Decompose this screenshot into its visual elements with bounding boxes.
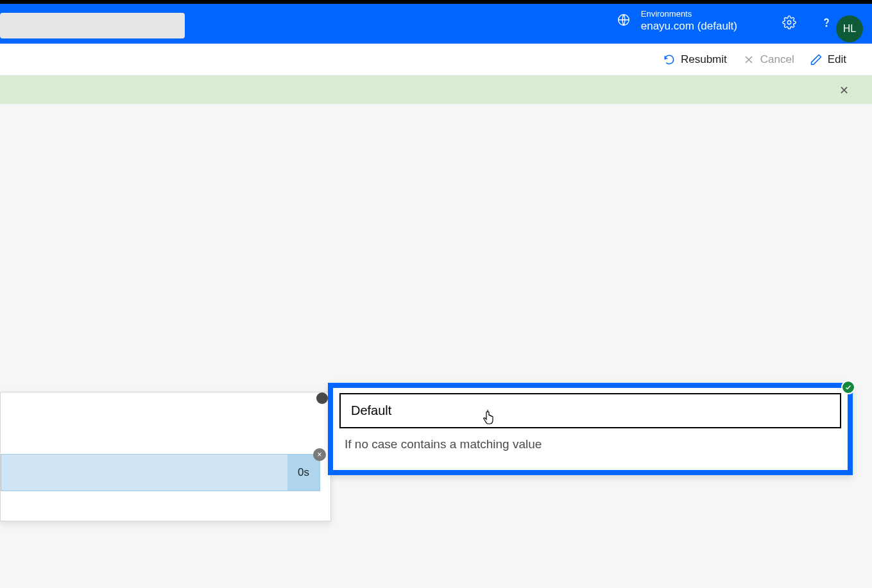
environment-text: Environments enayu.com (default) <box>641 9 737 33</box>
svg-point-1 <box>787 21 791 24</box>
status-dot-icon <box>316 392 328 404</box>
cancel-label: Cancel <box>760 53 794 66</box>
avatar-initials: HL <box>843 23 856 35</box>
svg-point-2 <box>826 26 826 26</box>
edit-button[interactable]: Edit <box>810 53 846 66</box>
search-input[interactable] <box>0 13 185 38</box>
success-check-icon <box>841 380 855 394</box>
resubmit-label: Resubmit <box>681 53 727 66</box>
environment-picker[interactable]: Environments enayu.com (default) <box>617 9 737 33</box>
close-circle-icon[interactable]: × <box>313 448 326 461</box>
default-case-card[interactable]: Default If no case contains a matching v… <box>328 383 853 475</box>
nested-action[interactable]: 0s × <box>1 454 320 491</box>
action-duration: 0s <box>287 455 320 491</box>
command-bar: Resubmit Cancel Edit <box>0 44 872 76</box>
default-case-description: If no case contains a matching value <box>345 437 836 451</box>
cancel-button: Cancel <box>742 53 794 66</box>
help-icon[interactable] <box>819 15 834 32</box>
header-icons <box>782 15 834 32</box>
environment-name: enayu.com (default) <box>641 19 737 33</box>
resubmit-button[interactable]: Resubmit <box>663 53 727 66</box>
close-icon[interactable]: ✕ <box>839 83 849 97</box>
globe-icon <box>617 13 631 29</box>
success-banner: ✕ <box>0 76 872 104</box>
edit-label: Edit <box>828 53 846 66</box>
settings-icon[interactable] <box>782 15 796 32</box>
case-card[interactable]: 0s × <box>0 392 331 521</box>
app-header: Environments enayu.com (default) HL <box>0 4 872 44</box>
default-case-title[interactable]: Default <box>339 393 841 428</box>
avatar[interactable]: HL <box>836 15 863 42</box>
environment-label: Environments <box>641 9 737 19</box>
